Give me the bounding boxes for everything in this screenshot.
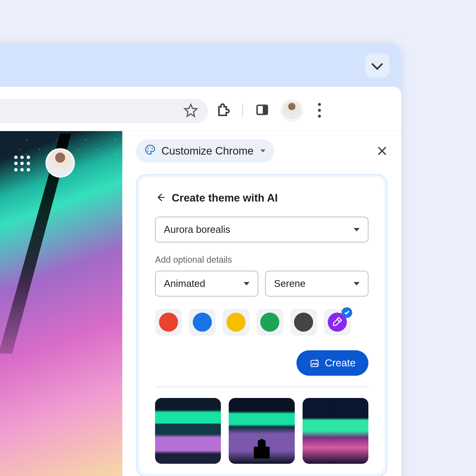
omnibox[interactable] [0, 99, 208, 123]
extensions-icon[interactable] [215, 102, 230, 118]
eyedropper-icon [332, 316, 343, 328]
color-swatch-red[interactable] [155, 309, 182, 336]
panel-card: Create theme with AI Aurora borealis Add… [136, 174, 388, 476]
create-button-label: Create [325, 357, 356, 369]
toolbar-divider [242, 103, 243, 117]
panel-title-chip[interactable]: Customize Chrome [136, 139, 274, 162]
chevron-down-icon [371, 58, 383, 70]
side-panel-icon[interactable] [255, 103, 269, 118]
tab-search-button[interactable] [365, 53, 390, 78]
subject-value: Aurora borealis [164, 224, 230, 235]
create-button[interactable]: Create [296, 350, 368, 376]
sparkle-image-icon [309, 357, 320, 368]
stage: Customize Chrome Create theme with AI [0, 0, 476, 476]
color-swatch-row [155, 309, 368, 336]
svg-point-5 [147, 151, 149, 152]
color-swatch-grey[interactable] [290, 309, 317, 336]
theme-results [155, 398, 368, 464]
panel-header: Customize Chrome [136, 139, 388, 162]
bookmark-star-icon[interactable] [184, 103, 198, 119]
overflow-menu-icon[interactable] [315, 103, 324, 118]
tabpage-curve [0, 87, 401, 94]
theme-result-3[interactable] [303, 398, 368, 464]
chevron-down-icon [354, 282, 359, 286]
card-title: Create theme with AI [172, 192, 278, 204]
create-row: Create [155, 350, 368, 376]
style-value: Animated [164, 278, 205, 289]
tab-strip [0, 43, 401, 87]
ntp-avatar[interactable] [46, 148, 75, 178]
swatch-dot [260, 313, 279, 332]
chevron-down-icon [354, 228, 359, 231]
back-button[interactable] [155, 192, 166, 204]
svg-point-2 [148, 148, 149, 149]
chevron-down-icon [260, 150, 265, 153]
panel-title-label: Customize Chrome [161, 145, 254, 157]
optional-details-hint: Add optional details [155, 255, 368, 265]
divider [155, 387, 368, 387]
close-panel-button[interactable] [377, 146, 388, 156]
color-swatch-green[interactable] [256, 309, 283, 336]
svg-point-4 [152, 148, 153, 149]
swatch-dot [193, 313, 212, 332]
swatch-dot [226, 313, 246, 332]
toolbar-actions [215, 100, 389, 121]
content-area: Customize Chrome Create theme with AI [0, 131, 401, 476]
chevron-down-icon [244, 282, 250, 286]
color-swatch-custom[interactable] [324, 309, 351, 336]
style-select[interactable]: Animated [155, 271, 258, 296]
theme-result-2[interactable] [229, 398, 294, 464]
svg-point-3 [150, 146, 151, 148]
option-selects-row: Animated Serene [155, 271, 368, 296]
swatch-dot [159, 313, 178, 332]
mood-select[interactable]: Serene [265, 271, 368, 296]
ntp-background [0, 131, 122, 476]
card-title-row: Create theme with AI [155, 192, 368, 204]
svg-rect-1 [263, 105, 267, 114]
palette-icon [145, 144, 155, 157]
toolbar [0, 87, 401, 131]
apps-launcher-icon[interactable] [14, 155, 30, 172]
theme-result-1[interactable] [155, 398, 221, 464]
selected-check-icon [341, 307, 352, 318]
swatch-dot [294, 313, 313, 332]
panel-card-inner: Create theme with AI Aurora borealis Add… [139, 178, 384, 474]
browser-window: Customize Chrome Create theme with AI [0, 43, 401, 476]
subject-select[interactable]: Aurora borealis [155, 217, 368, 242]
color-swatch-blue[interactable] [189, 309, 216, 336]
profile-avatar[interactable] [281, 100, 302, 121]
color-swatch-yellow[interactable] [222, 309, 250, 336]
mood-value: Serene [274, 278, 306, 289]
side-panel: Customize Chrome Create theme with AI [122, 131, 401, 476]
